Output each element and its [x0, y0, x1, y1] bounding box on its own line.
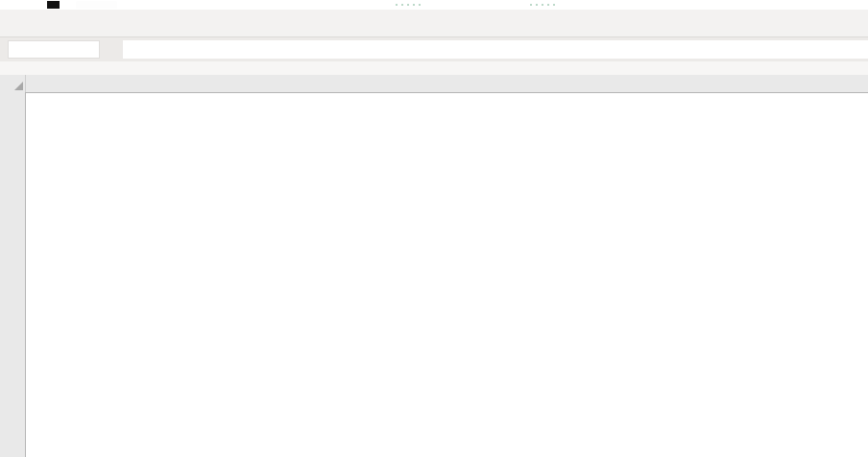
- excel-window: [0, 0, 868, 457]
- worksheet-grid: [0, 0, 868, 457]
